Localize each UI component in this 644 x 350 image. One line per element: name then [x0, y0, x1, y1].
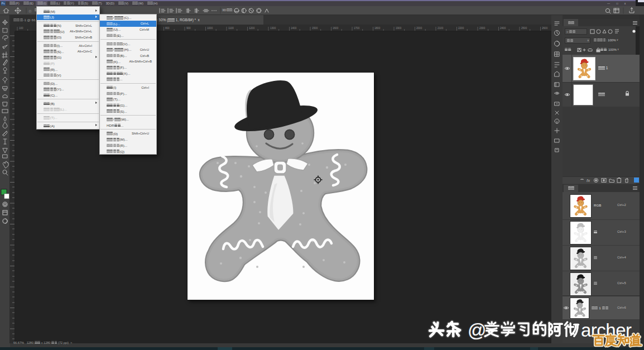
- svg-text:@: @: [468, 320, 487, 341]
